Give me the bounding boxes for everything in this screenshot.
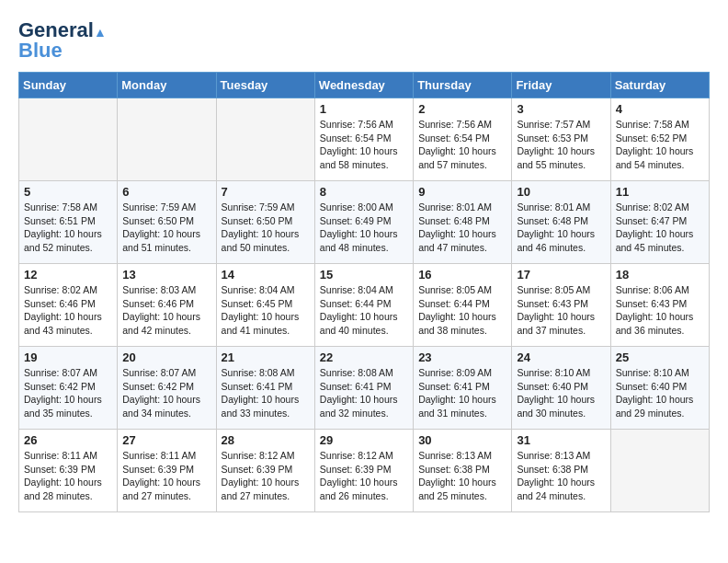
calendar-cell: 19Sunrise: 8:07 AM Sunset: 6:42 PM Dayli…: [19, 347, 118, 430]
day-number: 2: [418, 102, 506, 116]
calendar-cell: 4Sunrise: 7:58 AM Sunset: 6:52 PM Daylig…: [610, 98, 709, 181]
calendar-cell: 28Sunrise: 8:12 AM Sunset: 6:39 PM Dayli…: [216, 430, 314, 512]
calendar-cell: 8Sunrise: 8:00 AM Sunset: 6:49 PM Daylig…: [314, 181, 413, 264]
day-info: Sunrise: 8:02 AM Sunset: 6:46 PM Dayligh…: [24, 283, 112, 338]
logo-blue: Blue: [18, 39, 63, 63]
day-number: 9: [418, 185, 506, 199]
day-number: 17: [517, 268, 605, 282]
day-info: Sunrise: 8:12 AM Sunset: 6:39 PM Dayligh…: [222, 449, 310, 503]
day-number: 14: [222, 268, 310, 282]
day-info: Sunrise: 8:11 AM Sunset: 6:39 PM Dayligh…: [24, 449, 112, 503]
day-number: 27: [122, 433, 210, 447]
calendar-cell: 17Sunrise: 8:05 AM Sunset: 6:43 PM Dayli…: [512, 264, 610, 347]
day-number: 4: [616, 102, 704, 116]
calendar-cell: [19, 98, 118, 181]
day-info: Sunrise: 8:12 AM Sunset: 6:39 PM Dayligh…: [320, 449, 408, 503]
day-number: 5: [24, 185, 112, 199]
day-number: 30: [418, 433, 506, 447]
day-number: 25: [616, 350, 704, 364]
day-info: Sunrise: 8:05 AM Sunset: 6:44 PM Dayligh…: [418, 283, 506, 338]
day-number: 28: [222, 433, 310, 447]
day-info: Sunrise: 8:00 AM Sunset: 6:49 PM Dayligh…: [320, 201, 408, 255]
calendar-cell: 1Sunrise: 7:56 AM Sunset: 6:54 PM Daylig…: [314, 98, 413, 181]
calendar-cell: 20Sunrise: 8:07 AM Sunset: 6:42 PM Dayli…: [118, 347, 216, 430]
day-info: Sunrise: 8:04 AM Sunset: 6:44 PM Dayligh…: [320, 283, 408, 338]
day-info: Sunrise: 8:09 AM Sunset: 6:41 PM Dayligh…: [418, 366, 506, 420]
day-number: 8: [320, 185, 408, 199]
day-number: 22: [320, 350, 408, 364]
day-number: 18: [616, 268, 704, 282]
calendar-cell: 22Sunrise: 8:08 AM Sunset: 6:41 PM Dayli…: [314, 347, 413, 430]
calendar-cell: 9Sunrise: 8:01 AM Sunset: 6:48 PM Daylig…: [414, 181, 512, 264]
calendar-cell: 15Sunrise: 8:04 AM Sunset: 6:44 PM Dayli…: [314, 264, 413, 347]
day-number: 3: [517, 102, 605, 116]
calendar-cell: 23Sunrise: 8:09 AM Sunset: 6:41 PM Dayli…: [414, 347, 512, 430]
calendar-cell: 31Sunrise: 8:13 AM Sunset: 6:38 PM Dayli…: [512, 430, 610, 512]
calendar-cell: 11Sunrise: 8:02 AM Sunset: 6:47 PM Dayli…: [610, 181, 709, 264]
day-number: 1: [320, 102, 408, 116]
day-number: 6: [122, 185, 210, 199]
calendar-body: 1Sunrise: 7:56 AM Sunset: 6:54 PM Daylig…: [19, 98, 710, 512]
day-info: Sunrise: 8:02 AM Sunset: 6:47 PM Dayligh…: [616, 201, 704, 255]
day-number: 29: [320, 433, 408, 447]
calendar-cell: 30Sunrise: 8:13 AM Sunset: 6:38 PM Dayli…: [414, 430, 512, 512]
day-header-sunday: Sunday: [19, 73, 118, 98]
day-number: 11: [616, 185, 704, 199]
day-header-saturday: Saturday: [610, 73, 709, 98]
day-header-friday: Friday: [512, 73, 610, 98]
calendar-cell: 7Sunrise: 7:59 AM Sunset: 6:50 PM Daylig…: [216, 181, 314, 264]
day-number: 16: [418, 268, 506, 282]
calendar-cell: 12Sunrise: 8:02 AM Sunset: 6:46 PM Dayli…: [19, 264, 118, 347]
day-info: Sunrise: 7:57 AM Sunset: 6:53 PM Dayligh…: [517, 118, 605, 172]
day-info: Sunrise: 8:05 AM Sunset: 6:43 PM Dayligh…: [517, 283, 605, 338]
day-header-tuesday: Tuesday: [216, 73, 314, 98]
day-info: Sunrise: 8:08 AM Sunset: 6:41 PM Dayligh…: [320, 366, 408, 420]
calendar-header-row: SundayMondayTuesdayWednesdayThursdayFrid…: [19, 73, 710, 98]
day-info: Sunrise: 8:10 AM Sunset: 6:40 PM Dayligh…: [517, 366, 605, 420]
calendar-cell: 14Sunrise: 8:04 AM Sunset: 6:45 PM Dayli…: [216, 264, 314, 347]
day-info: Sunrise: 8:07 AM Sunset: 6:42 PM Dayligh…: [24, 366, 112, 420]
calendar-cell: 29Sunrise: 8:12 AM Sunset: 6:39 PM Dayli…: [314, 430, 413, 512]
calendar-cell: 6Sunrise: 7:59 AM Sunset: 6:50 PM Daylig…: [118, 181, 216, 264]
day-info: Sunrise: 8:07 AM Sunset: 6:42 PM Dayligh…: [122, 366, 210, 420]
day-info: Sunrise: 8:03 AM Sunset: 6:46 PM Dayligh…: [122, 283, 210, 338]
calendar-cell: 25Sunrise: 8:10 AM Sunset: 6:40 PM Dayli…: [610, 347, 709, 430]
day-info: Sunrise: 7:59 AM Sunset: 6:50 PM Dayligh…: [122, 201, 210, 255]
day-number: 10: [517, 185, 605, 199]
calendar-cell: 10Sunrise: 8:01 AM Sunset: 6:48 PM Dayli…: [512, 181, 610, 264]
day-info: Sunrise: 8:13 AM Sunset: 6:38 PM Dayligh…: [418, 449, 506, 503]
day-number: 21: [222, 350, 310, 364]
day-number: 31: [517, 433, 605, 447]
calendar-cell: 2Sunrise: 7:56 AM Sunset: 6:54 PM Daylig…: [414, 98, 512, 181]
day-info: Sunrise: 7:56 AM Sunset: 6:54 PM Dayligh…: [418, 118, 506, 172]
calendar-table: SundayMondayTuesdayWednesdayThursdayFrid…: [18, 72, 710, 512]
calendar-week-row: 1Sunrise: 7:56 AM Sunset: 6:54 PM Daylig…: [19, 98, 710, 181]
calendar-week-row: 5Sunrise: 7:58 AM Sunset: 6:51 PM Daylig…: [19, 181, 710, 264]
calendar-cell: [610, 430, 709, 512]
logo: General▲ Blue: [18, 18, 107, 63]
day-info: Sunrise: 8:10 AM Sunset: 6:40 PM Dayligh…: [616, 366, 704, 420]
day-header-monday: Monday: [118, 73, 216, 98]
calendar-cell: 16Sunrise: 8:05 AM Sunset: 6:44 PM Dayli…: [414, 264, 512, 347]
day-number: 20: [122, 350, 210, 364]
calendar-cell: 5Sunrise: 7:58 AM Sunset: 6:51 PM Daylig…: [19, 181, 118, 264]
day-info: Sunrise: 8:11 AM Sunset: 6:39 PM Dayligh…: [122, 449, 210, 503]
day-number: 15: [320, 268, 408, 282]
day-info: Sunrise: 7:58 AM Sunset: 6:52 PM Dayligh…: [616, 118, 704, 172]
calendar-cell: 13Sunrise: 8:03 AM Sunset: 6:46 PM Dayli…: [118, 264, 216, 347]
day-header-thursday: Thursday: [414, 73, 512, 98]
calendar-week-row: 12Sunrise: 8:02 AM Sunset: 6:46 PM Dayli…: [19, 264, 710, 347]
day-info: Sunrise: 8:06 AM Sunset: 6:43 PM Dayligh…: [616, 283, 704, 338]
calendar-cell: 21Sunrise: 8:08 AM Sunset: 6:41 PM Dayli…: [216, 347, 314, 430]
day-info: Sunrise: 8:04 AM Sunset: 6:45 PM Dayligh…: [222, 283, 310, 338]
day-number: 13: [122, 268, 210, 282]
day-number: 24: [517, 350, 605, 364]
calendar-cell: 24Sunrise: 8:10 AM Sunset: 6:40 PM Dayli…: [512, 347, 610, 430]
calendar-week-row: 19Sunrise: 8:07 AM Sunset: 6:42 PM Dayli…: [19, 347, 710, 430]
calendar-week-row: 26Sunrise: 8:11 AM Sunset: 6:39 PM Dayli…: [19, 430, 710, 512]
calendar-cell: 27Sunrise: 8:11 AM Sunset: 6:39 PM Dayli…: [118, 430, 216, 512]
header: General▲ Blue: [18, 18, 710, 63]
calendar-cell: [118, 98, 216, 181]
day-number: 7: [222, 185, 310, 199]
day-info: Sunrise: 8:13 AM Sunset: 6:38 PM Dayligh…: [517, 449, 605, 503]
